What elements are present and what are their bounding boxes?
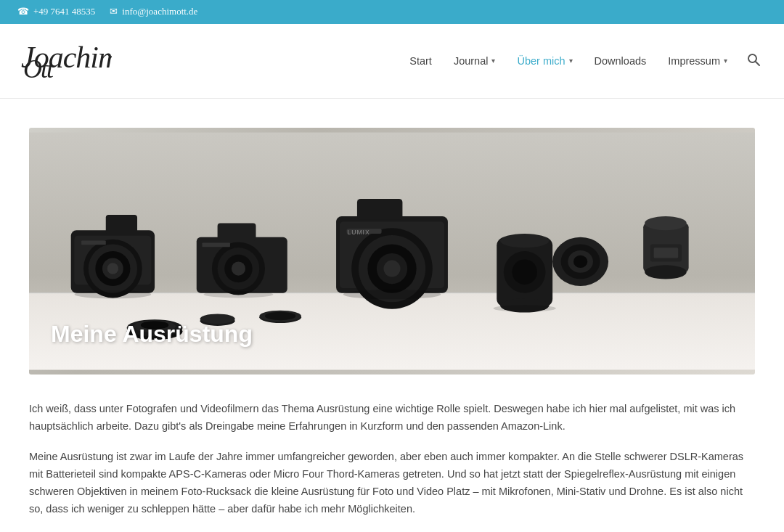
svg-point-58 xyxy=(203,291,273,298)
search-icon xyxy=(746,52,761,67)
nav-impressum[interactable]: Impressum ▾ xyxy=(659,47,736,75)
svg-rect-16 xyxy=(81,241,106,245)
svg-point-60 xyxy=(493,305,556,312)
site-logo[interactable]: Joachim Ott xyxy=(17,31,112,91)
nav-journal[interactable]: Journal ▾ xyxy=(445,47,505,75)
svg-point-48 xyxy=(645,266,687,279)
content-text-area: Ich weiß, dass unter Fotografen und Vide… xyxy=(29,401,755,532)
svg-point-31 xyxy=(383,261,400,277)
svg-point-38 xyxy=(500,234,549,247)
svg-text:Ott: Ott xyxy=(23,54,54,78)
nav-downloads[interactable]: Downloads xyxy=(586,47,656,75)
email-contact[interactable]: ✉ info@joachimott.de xyxy=(110,4,197,20)
svg-rect-50 xyxy=(654,248,679,258)
hero-image: LUMIX xyxy=(29,128,755,375)
hero-title: Meine Ausrüstung xyxy=(51,316,253,353)
paragraph-1: Ich weiß, dass unter Fotografen und Vide… xyxy=(29,401,755,435)
site-header: Joachim Ott Start Journal ▾ Über mich ▾ … xyxy=(0,24,784,99)
logo-svg: Joachim Ott xyxy=(17,31,112,78)
impressum-chevron-icon: ▾ xyxy=(724,55,727,67)
main-content: LUMIX xyxy=(15,99,769,532)
svg-rect-18 xyxy=(218,224,256,241)
svg-rect-25 xyxy=(357,199,403,220)
search-button[interactable] xyxy=(740,46,767,76)
ueber-mich-chevron-icon: ▾ xyxy=(569,55,573,67)
svg-point-59 xyxy=(343,290,441,299)
svg-rect-23 xyxy=(202,243,229,247)
svg-line-4 xyxy=(756,61,760,65)
top-bar: ☎ +49 7641 48535 ✉ info@joachimott.de xyxy=(0,0,784,24)
email-address: info@joachimott.de xyxy=(122,4,197,20)
phone-icon: ☎ xyxy=(17,4,29,20)
svg-text:LUMIX: LUMIX xyxy=(347,229,369,236)
journal-chevron-icon: ▾ xyxy=(491,55,495,67)
nav-ueber-mich[interactable]: Über mich ▾ xyxy=(508,47,581,75)
svg-point-41 xyxy=(512,260,537,285)
svg-point-22 xyxy=(232,262,245,276)
nav-start[interactable]: Start xyxy=(401,47,441,75)
svg-point-36 xyxy=(265,312,295,321)
paragraph-2: Meine Ausrüstung ist zwar im Laufe der J… xyxy=(29,449,755,518)
main-nav: Start Journal ▾ Über mich ▾ Downloads Im… xyxy=(401,46,767,76)
phone-contact[interactable]: ☎ +49 7641 48535 xyxy=(17,4,95,20)
svg-point-15 xyxy=(107,263,118,274)
phone-number: +49 7641 48535 xyxy=(33,4,95,20)
svg-point-57 xyxy=(75,290,152,299)
svg-rect-10 xyxy=(106,215,137,234)
email-icon: ✉ xyxy=(110,4,118,20)
svg-point-47 xyxy=(645,216,687,230)
svg-point-45 xyxy=(573,255,587,268)
